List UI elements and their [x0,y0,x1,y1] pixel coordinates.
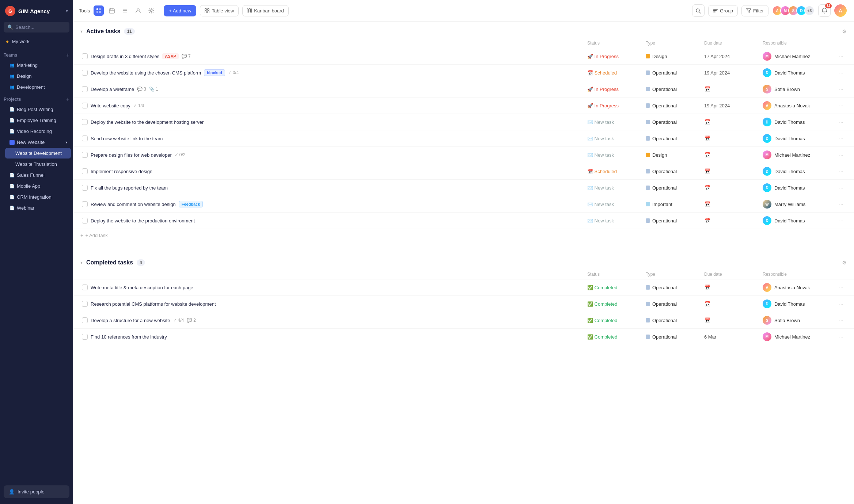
table-row[interactable]: Develop a wireframe💬3📎1🚀 In ProgressOper… [73,81,854,98]
sidebar-item-sales-funnel[interactable]: 📄 Sales Funnel [2,170,71,180]
active-tasks-settings-icon[interactable]: ⚙ [842,28,847,34]
sidebar-item-design[interactable]: 👥 Design [2,71,71,81]
add-new-button[interactable]: + Add new [164,5,196,16]
task-status-cell: 📅 Scheduled [587,169,646,174]
table-row[interactable]: Develop a structure for a new website✓ 4… [73,312,854,329]
settings-icon-btn[interactable] [146,5,156,16]
svg-rect-14 [208,8,209,10]
sidebar-item-website-translation[interactable]: Website Translation [5,159,71,169]
task-action-cell[interactable]: ··· [836,317,847,323]
project-icon: 📄 [10,129,15,134]
table-view-button[interactable]: Table view [200,5,239,16]
task-action-cell[interactable]: ··· [836,301,847,307]
task-action-cell[interactable]: ··· [836,70,847,76]
project-icon: 📄 [10,195,15,199]
sidebar-item-video-recording[interactable]: 📄 Video Recording [2,126,71,137]
my-work-item[interactable]: ● My work [2,35,71,47]
sidebar-item-website-development[interactable]: Website Development [5,148,71,159]
filter-button[interactable]: Filter [741,5,768,16]
table-row[interactable]: Deploy the website to the production env… [73,213,854,229]
task-action-cell[interactable]: ··· [836,218,847,224]
task-action-cell[interactable]: ··· [836,152,847,158]
table-row[interactable]: Implement responsive design📅 ScheduledOp… [73,163,854,180]
filter-label: Filter [753,8,764,14]
task-checkbox[interactable] [82,135,88,141]
add-project-button[interactable]: + [66,96,69,102]
sidebar-item-new-website[interactable]: New Website ▾ [2,137,71,148]
task-checkbox[interactable] [82,168,88,174]
task-action-cell[interactable]: ··· [836,285,847,290]
app-logo[interactable]: G GIM Agency ▾ [0,0,73,22]
task-checkbox[interactable] [82,70,88,76]
svg-rect-24 [713,12,716,13]
list-icon-btn[interactable] [120,5,130,16]
search-button[interactable] [692,4,705,17]
task-checkbox[interactable] [82,334,88,340]
table-row[interactable]: Deploy the website to the development ho… [73,114,854,130]
task-action-cell[interactable]: ··· [836,119,847,125]
toolbar: Tools + Add new Table view [73,0,854,22]
task-status-cell: ✅ Completed [587,301,646,307]
tasks-icon-btn[interactable] [94,5,104,16]
table-row[interactable]: Prepare design files for web developer✓ … [73,147,854,163]
task-checkbox[interactable] [82,201,88,207]
task-action-cell[interactable]: ··· [836,53,847,59]
notifications-button[interactable]: 12 [818,4,831,17]
add-task-button[interactable]: + + Add task [73,229,854,242]
table-row[interactable]: Fix all the bugs reported by the team✉️ … [73,180,854,196]
add-team-button[interactable]: + [66,52,69,58]
kanban-board-button[interactable]: Kanban board [242,5,289,16]
person-icon-btn[interactable] [133,5,143,16]
active-tasks-toggle[interactable]: ▾ [80,29,83,34]
task-tag[interactable]: ASAP [162,53,179,59]
table-row[interactable]: Write meta title & meta description for … [73,279,854,296]
sidebar-item-mobile-app[interactable]: 📄 Mobile App [2,181,71,191]
task-action-cell[interactable]: ··· [836,185,847,191]
task-name-cell: Develop the website using the chosen CMS… [82,69,587,76]
task-action-cell[interactable]: ··· [836,103,847,108]
task-checkbox[interactable] [82,86,88,92]
kanban-icon [247,8,252,13]
sidebar-item-marketing[interactable]: 👥 Marketing [2,60,71,70]
task-checkbox[interactable] [82,152,88,158]
task-checkbox[interactable] [82,103,88,108]
task-name-cell: Review and comment on website designFeed… [82,201,587,207]
task-checkbox[interactable] [82,185,88,191]
invite-people-button[interactable]: 👤 Invite people [4,485,69,498]
sidebar-item-webinar[interactable]: 📄 Webinar [2,203,71,213]
task-checkbox[interactable] [82,53,88,59]
task-checkbox[interactable] [82,301,88,307]
task-checkbox[interactable] [82,317,88,323]
table-row[interactable]: Research potential CMS platforms for web… [73,296,854,312]
task-checkbox[interactable] [82,119,88,125]
table-row[interactable]: Develop the website using the chosen CMS… [73,65,854,81]
task-action-cell[interactable]: ··· [836,334,847,340]
search-bar[interactable]: 🔍 Search... [4,22,69,33]
group-button[interactable]: Group [708,5,738,16]
task-tag[interactable]: blocked [204,69,225,76]
task-action-cell[interactable]: ··· [836,135,847,141]
calendar-icon-btn[interactable] [107,5,117,16]
completed-tasks-settings-icon[interactable]: ⚙ [842,260,847,266]
completed-tasks-toggle[interactable]: ▾ [80,260,83,265]
current-user-avatar[interactable]: A [834,4,847,17]
sidebar-item-blog-post-writing[interactable]: 📄 Blog Post Writing [2,104,71,115]
sidebar-item-crm-integration[interactable]: 📄 CRM Integration [2,192,71,202]
sidebar-item-employee-training[interactable]: 📄 Employee Training [2,115,71,126]
task-action-cell[interactable]: ··· [836,86,847,92]
task-checkbox[interactable] [82,218,88,224]
table-row[interactable]: Find 10 references from the industry✅ Co… [73,329,854,345]
task-action-cell[interactable]: ··· [836,168,847,174]
task-action-cell[interactable]: ··· [836,201,847,207]
task-responsible-cell: SSofia Brown [763,316,836,325]
table-row[interactable]: Review and comment on website designFeed… [73,196,854,213]
task-checkbox[interactable] [82,285,88,290]
col-actions [836,272,847,277]
table-row[interactable]: Write website copy✓ 1/3🚀 In ProgressOper… [73,98,854,114]
task-tag[interactable]: Feedback [179,201,203,207]
avatar-extra[interactable]: +3 [804,5,815,16]
task-name: Implement responsive design [91,169,152,174]
sidebar-item-development[interactable]: 👥 Development [2,82,71,92]
table-row[interactable]: Send new website link to the team✉️ New … [73,130,854,147]
table-row[interactable]: Design drafts in 3 different stylesASAP💬… [73,48,854,65]
